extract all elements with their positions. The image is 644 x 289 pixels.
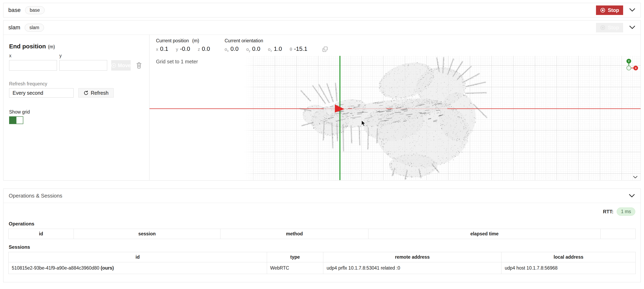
base-stop-button[interactable]: Stop — [596, 5, 623, 15]
operations-panel-header: Operations & Sessions — [4, 189, 640, 203]
session-cell: udp4 host 10.1.7.8:56968 — [502, 262, 636, 274]
operations-collapse-button[interactable] — [628, 194, 635, 198]
column-header: method — [220, 229, 368, 239]
column-header: remote address — [323, 252, 502, 262]
slam-stop-button[interactable]: Stop — [596, 23, 623, 32]
pose-field: θ-15.1 — [290, 45, 307, 52]
slam-collapse-button[interactable] — [629, 25, 636, 30]
trash-icon — [136, 62, 142, 69]
session-cell: udp4 prflx 10.1.7.8:53041 related :0 — [323, 262, 502, 274]
refresh-button-label: Refresh — [91, 90, 108, 96]
delete-end-position-button[interactable] — [136, 62, 142, 69]
column-header: session — [74, 229, 220, 239]
base-component-panel: base base Stop — [3, 3, 641, 17]
rtt-badge: 1 ms — [617, 207, 635, 216]
page: base base Stop slam slam — [0, 0, 644, 285]
show-grid-toggle[interactable] — [9, 116, 23, 124]
operations-heading: Operations — [9, 221, 636, 227]
end-position-title: End position — [9, 43, 46, 50]
pose-field: oz1.0 — [268, 45, 282, 52]
svg-text:Y: Y — [628, 60, 630, 63]
base-type-badge: base — [25, 6, 44, 14]
play-circle-icon — [111, 63, 116, 68]
pose-field: ox0.0 — [225, 45, 239, 52]
refresh-frequency-label: Refresh frequency — [9, 81, 144, 87]
session-cell: 510815e2-93be-41f9-a90e-a884c3960d80 (ou… — [8, 262, 267, 274]
base-panel-title: base — [8, 7, 21, 13]
chevron-down-icon — [629, 8, 636, 12]
base-panel-header: base base Stop — [4, 3, 640, 17]
current-orientation-heading: Current orientation — [225, 38, 308, 43]
sessions-heading: Sessions — [9, 244, 636, 250]
mouse-cursor — [362, 120, 366, 127]
current-orientation-group: Current orientation ox0.0oy0.0oz1.0θ-15.… — [225, 38, 308, 52]
column-header: type — [267, 252, 323, 262]
slam-panel-title: slam — [8, 24, 20, 31]
pose-readout-bar: Current position (m) x0.1y-0.0z0.0 Curre… — [150, 35, 640, 56]
pose-field: x0.1 — [156, 45, 168, 52]
chevron-down-icon — [633, 176, 638, 179]
end-position-x-input[interactable] — [9, 60, 57, 71]
chevron-down-icon — [629, 25, 636, 30]
base-collapse-button[interactable] — [629, 8, 636, 12]
operations-sessions-panel: Operations & Sessions RTT: 1 ms Operatio… — [3, 189, 641, 282]
slam-stop-label: Stop — [608, 25, 619, 30]
slam-type-badge: slam — [25, 24, 44, 31]
column-header: elapsed time — [368, 229, 601, 239]
slam-service-panel: slam slam Stop End p — [3, 20, 641, 181]
operations-panel-title: Operations & Sessions — [9, 193, 62, 199]
y-input-label: y — [59, 53, 110, 58]
current-position-heading: Current position (m) — [156, 38, 210, 43]
refresh-frequency-select[interactable]: Every second — [9, 88, 74, 98]
column-header: local address — [502, 252, 636, 262]
pose-field: oy0.0 — [246, 45, 260, 52]
origin-knob — [627, 66, 631, 70]
pose-field: y-0.0 — [176, 45, 190, 52]
copy-icon — [322, 46, 328, 52]
slam-panel-header: slam slam Stop — [4, 20, 640, 35]
map-scroll-chevron-button[interactable] — [633, 176, 638, 179]
end-position-heading: End position (m) — [9, 43, 144, 50]
pose-field: z0.0 — [198, 45, 210, 52]
refresh-button[interactable]: Refresh — [78, 88, 114, 98]
rtt-row: RTT: 1 ms — [8, 207, 636, 216]
toggle-on-half — [10, 117, 16, 124]
stop-icon — [600, 25, 606, 30]
slam-controls-column: End position (m) x y Move — [4, 35, 150, 180]
sessions-table: idtyperemote addresslocal address510815e… — [8, 252, 636, 274]
end-position-y-input[interactable] — [59, 60, 107, 71]
stop-icon — [600, 7, 606, 13]
svg-text:X: X — [635, 67, 637, 70]
operations-table: idsessionmethodelapsed time — [8, 229, 636, 239]
end-position-unit: (m) — [48, 44, 55, 50]
chevron-down-icon — [628, 194, 635, 198]
grid-scale-note: Grid set to 1 meter — [156, 59, 198, 64]
slam-map-viewport[interactable]: Grid set to 1 meter Y X — [150, 56, 640, 180]
refresh-icon — [84, 90, 88, 95]
base-stop-label: Stop — [608, 7, 619, 13]
current-position-fields: x0.1y-0.0z0.0 — [156, 45, 210, 52]
copy-pose-button[interactable] — [322, 46, 328, 52]
column-header: id — [8, 229, 74, 239]
rtt-label: RTT: — [603, 209, 614, 215]
slam-map-section: Current position (m) x0.1y-0.0z0.0 Curre… — [150, 35, 640, 180]
column-header: id — [8, 252, 267, 262]
current-orientation-fields: ox0.0oy0.0oz1.0θ-15.1 — [225, 45, 308, 52]
slam-map-canvas[interactable] — [150, 56, 640, 180]
show-grid-label: Show grid — [9, 109, 144, 115]
move-button[interactable]: Move — [111, 60, 131, 71]
session-cell: WebRTC — [267, 262, 323, 274]
column-header — [600, 229, 636, 239]
current-position-group: Current position (m) x0.1y-0.0z0.0 — [156, 38, 210, 52]
x-input-label: x — [9, 53, 59, 58]
session-row: 510815e2-93be-41f9-a90e-a884c3960d80 (ou… — [8, 262, 636, 274]
move-button-label: Move — [118, 62, 131, 68]
axes-gizmo: Y X — [624, 58, 639, 72]
